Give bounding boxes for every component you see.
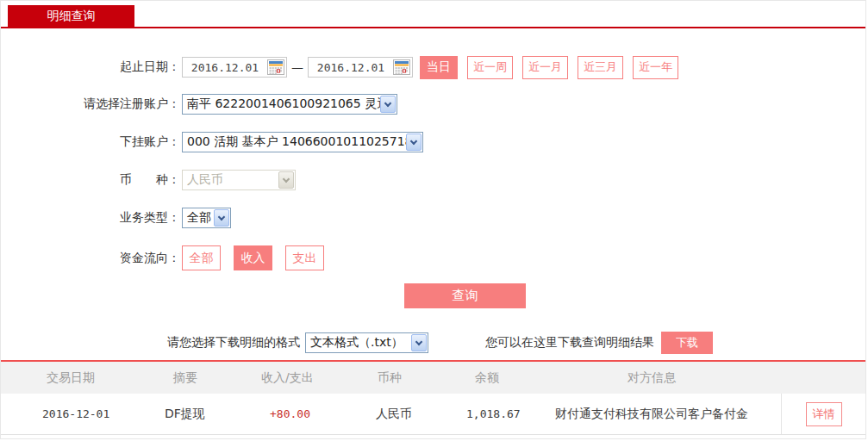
query-form: 起止日期： 2016.12.01	[1, 28, 865, 354]
date-range-separator: —	[291, 60, 303, 74]
tab-label: 明细查询	[47, 9, 96, 24]
tab-detail-query[interactable]: 明细查询	[8, 5, 134, 27]
start-date-input[interactable]: 2016.12.01	[182, 57, 287, 78]
currency-row: 币 种： 人民币	[8, 170, 865, 190]
quick-range-year-button[interactable]: 近一年	[633, 56, 678, 79]
sub-account-select[interactable]: 000 活期 基本户 1406600101102571848	[182, 132, 423, 152]
cell-date: 2016-12-01	[42, 407, 165, 420]
fund-flow-income-button[interactable]: 收入	[234, 245, 272, 270]
register-account-row: 请选择注册账户： 南平 6222001406100921065 灵通卡	[8, 94, 865, 115]
currency-select: 人民币	[182, 170, 296, 190]
cell-action: 详情	[781, 394, 865, 434]
currency-value: 人民币	[183, 172, 278, 188]
table-row: 2016-12-01 DF提现 +80.00 人民币 1,018.67 财付通支…	[1, 394, 865, 435]
business-type-label: 业务类型：	[8, 210, 180, 226]
calendar-icon[interactable]	[393, 59, 410, 75]
chevron-down-icon[interactable]	[214, 209, 229, 227]
query-row: 查询	[404, 283, 865, 308]
cell-amount: +80.00	[261, 407, 376, 420]
detail-query-page: 明细查询 起止日期： 2016.12.01	[0, 0, 866, 439]
register-account-label: 请选择注册账户：	[8, 96, 180, 112]
col-header-balance: 余额	[466, 370, 555, 386]
fund-flow-all-button[interactable]: 全部	[182, 245, 221, 270]
col-header-summary: 摘要	[165, 370, 261, 386]
chevron-down-icon	[278, 171, 294, 189]
calendar-icon[interactable]	[267, 59, 284, 75]
quick-range-month-button[interactable]: 近一月	[522, 56, 568, 79]
col-header-in-out: 收入/支出	[261, 370, 376, 386]
business-type-row: 业务类型： 全部	[8, 208, 865, 228]
quick-range-today-button[interactable]: 当日	[420, 56, 458, 79]
col-header-date: 交易日期	[42, 370, 165, 386]
end-date-value: 2016.12.01	[309, 61, 393, 74]
currency-label: 币 种：	[8, 172, 180, 188]
quick-range-quarter-button[interactable]: 近三月	[578, 56, 623, 79]
register-account-select[interactable]: 南平 6222001406100921065 灵通卡	[182, 94, 397, 115]
tab-bar: 明细查询	[1, 1, 865, 27]
fund-flow-row: 资金流向： 全部 收入 支出	[8, 245, 865, 270]
date-range-label: 起止日期：	[8, 59, 180, 75]
quick-range-week-button[interactable]: 近一周	[467, 56, 513, 79]
end-date-input[interactable]: 2016.12.01	[308, 57, 413, 78]
fund-flow-expense-button[interactable]: 支出	[285, 245, 324, 270]
business-type-value: 全部	[183, 210, 214, 226]
detail-button[interactable]: 详情	[806, 402, 842, 426]
download-hint: 您可以在这里下载查询明细结果	[485, 335, 654, 351]
cell-balance: 1,018.67	[466, 407, 555, 420]
date-range-row: 起止日期： 2016.12.01	[8, 56, 865, 78]
table-header-row: 交易日期 摘要 收入/支出 币种 余额 对方信息	[1, 362, 865, 394]
query-button[interactable]: 查询	[404, 283, 526, 308]
chevron-down-icon[interactable]	[411, 334, 427, 351]
fund-flow-label: 资金流向：	[8, 251, 180, 266]
start-date-value: 2016.12.01	[183, 61, 267, 74]
cell-currency: 人民币	[376, 407, 466, 422]
business-type-select[interactable]: 全部	[182, 208, 231, 228]
sub-account-label: 下挂账户：	[8, 134, 180, 150]
col-header-counterparty: 对方信息	[555, 370, 781, 386]
cell-counterparty: 财付通支付科技有限公司客户备付金	[555, 407, 781, 422]
chevron-down-icon[interactable]	[406, 134, 422, 151]
download-format-value: 文本格式（.txt）	[306, 335, 411, 351]
download-button[interactable]: 下载	[661, 332, 713, 354]
chevron-down-icon[interactable]	[380, 96, 396, 113]
col-header-currency: 币种	[376, 370, 466, 386]
download-row: 请您选择下载明细的格式 文本格式（.txt） 您可以在这里下载查询明细结果 下载	[167, 332, 865, 354]
sub-account-value: 000 活期 基本户 1406600101102571848	[183, 134, 406, 150]
cell-summary: DF提现	[165, 407, 261, 422]
download-format-label: 请您选择下载明细的格式	[167, 335, 300, 351]
sub-account-row: 下挂账户： 000 活期 基本户 1406600101102571848	[8, 132, 865, 152]
register-account-value: 南平 6222001406100921065 灵通卡	[183, 96, 380, 112]
download-format-select[interactable]: 文本格式（.txt）	[305, 332, 428, 353]
